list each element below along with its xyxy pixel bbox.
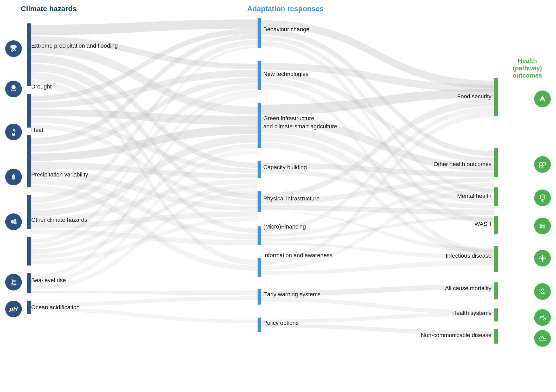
svg-rect-20 [494, 246, 498, 272]
svg-rect-28 [13, 131, 14, 134]
wash-icon [534, 218, 551, 234]
heat-icon [5, 124, 22, 140]
header-right: Health (pathway)outcomes [507, 57, 548, 79]
header-center: Adaptation responses [247, 5, 324, 13]
svg-rect-18 [494, 187, 498, 206]
precip-var-label: Precipitation variability [31, 171, 88, 178]
other-health-label: Other health outcomes [433, 161, 491, 168]
svg-rect-23 [494, 329, 498, 344]
precip-var-icon [5, 169, 22, 185]
early-warn-label: Early warning systems [263, 291, 321, 298]
svg-point-58 [539, 258, 540, 259]
svg-point-59 [545, 258, 546, 259]
svg-rect-14 [258, 289, 261, 305]
svg-rect-9 [258, 103, 261, 148]
food-sec-label: Food security [457, 93, 491, 100]
ocean-acid-label: Ocean acidification [31, 304, 80, 311]
svg-rect-22 [494, 308, 498, 321]
svg-rect-8 [258, 61, 261, 90]
svg-rect-15 [258, 318, 261, 332]
health-sys-icon [534, 309, 551, 326]
info-aware-label: Information and awareness [263, 252, 332, 259]
other-health-icon [534, 156, 551, 173]
svg-rect-11 [258, 191, 261, 212]
svg-rect-4 [27, 237, 31, 265]
capacity-label: Capacity building [263, 164, 307, 171]
svg-rect-19 [494, 216, 498, 234]
health-sys-label: Health systems [452, 310, 491, 317]
flooding-icon [5, 40, 22, 57]
food-sec-icon [534, 91, 551, 107]
svg-rect-16 [494, 78, 498, 116]
new-tech-label: New technologies [263, 71, 309, 78]
svg-rect-0 [27, 23, 31, 86]
mental-health-icon [534, 189, 551, 206]
svg-point-46 [542, 162, 546, 165]
ph-text: pH [9, 305, 18, 313]
svg-rect-3 [27, 195, 31, 229]
svg-rect-6 [27, 301, 31, 314]
drought-label: Drought [31, 83, 52, 90]
svg-line-60 [540, 289, 545, 294]
svg-rect-2 [27, 135, 31, 187]
heat-label: Heat [31, 127, 43, 134]
svg-line-31 [14, 132, 15, 132]
svg-rect-10 [258, 161, 261, 178]
svg-rect-41 [13, 280, 16, 282]
infect-disease-label: Infectious disease [446, 252, 491, 259]
wash-label: WASH [475, 221, 491, 227]
behaviour-change-label: Behaviour change [263, 26, 309, 33]
svg-point-56 [542, 255, 543, 256]
svg-rect-21 [494, 282, 498, 299]
svg-rect-40 [12, 280, 13, 284]
physical-infra-label: Physical infrastructure [263, 195, 319, 202]
svg-rect-42 [12, 279, 13, 280]
svg-rect-17 [494, 148, 498, 177]
mental-health-label: Mental health [457, 193, 491, 199]
svg-line-36 [12, 220, 15, 220]
svg-point-57 [542, 261, 543, 262]
ocean-acid-icon: pH [5, 301, 22, 317]
green-infra-label: Green infrastructureand climate-smart ag… [263, 115, 337, 131]
svg-rect-1 [27, 94, 31, 128]
svg-point-33 [11, 220, 14, 223]
other-climate-icon [5, 213, 22, 230]
all-cause-icon [534, 283, 551, 300]
svg-rect-7 [258, 18, 261, 48]
svg-point-44 [541, 97, 544, 99]
micro-fin-label: (Micro)Financing [263, 223, 306, 230]
header-left: Climate hazards [21, 5, 77, 13]
svg-rect-13 [258, 258, 261, 277]
svg-rect-12 [258, 226, 261, 245]
svg-point-48 [540, 195, 545, 199]
flooding-label: Extreme precipitation and flooding [31, 42, 118, 49]
ncd-icon [534, 330, 551, 347]
ncd-label: Non-communicable disease [421, 332, 491, 339]
svg-line-37 [12, 223, 15, 223]
sea-level-icon [5, 274, 22, 290]
other-climate-label: Other climate hazards [31, 217, 87, 223]
infect-disease-icon [534, 250, 551, 267]
all-cause-label: All cause mortality [445, 285, 491, 292]
drought-icon [5, 81, 22, 97]
svg-rect-5 [27, 273, 31, 293]
sea-level-label: Sea-level rise [31, 277, 66, 284]
policy-label: Policy options [263, 320, 299, 326]
svg-point-55 [541, 257, 544, 259]
svg-line-29 [14, 129, 15, 130]
svg-point-25 [11, 85, 16, 89]
svg-point-24 [10, 45, 17, 49]
